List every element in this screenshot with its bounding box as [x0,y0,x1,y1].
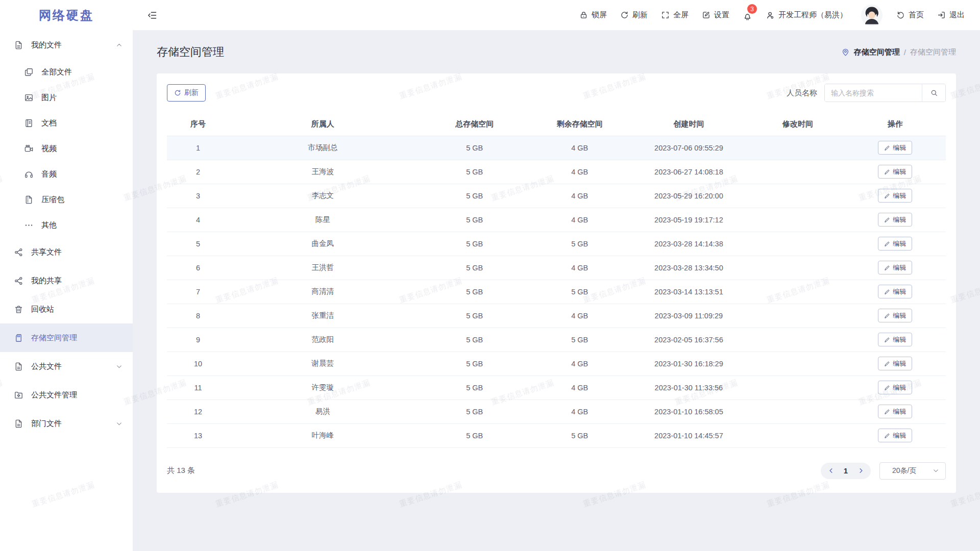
cell-actions: 编辑 [845,280,946,304]
table-row: 3李志文5 GB4 GB2023-05-29 16:20:00编辑 [167,184,946,208]
search-icon [930,89,938,97]
edit-button[interactable]: 编辑 [878,141,912,155]
fullscreen-icon [661,11,670,19]
location-pin-icon [841,48,850,57]
image-icon [23,92,34,103]
edit-button[interactable]: 编辑 [878,261,912,274]
cell-actions: 编辑 [845,328,946,352]
logout-label: 退出 [949,10,965,20]
search-area: 人员名称 [787,84,946,102]
edit-button[interactable]: 编辑 [878,357,912,370]
edit-button-label: 编辑 [893,287,906,296]
sidebar-item-14[interactable]: 部门文件 [0,409,133,438]
sidebar-item-0[interactable]: 我的文件 [0,31,133,59]
pen-icon [884,145,890,151]
edit-button-label: 编辑 [893,407,906,416]
search-button[interactable] [922,84,945,102]
sidebar-item-1[interactable]: 全部文件 [0,59,133,85]
sidebar-item-label: 其他 [41,220,122,230]
cell-total-storage: 5 GB [416,304,533,328]
sidebar-item-11[interactable]: 存储空间管理 [0,323,133,352]
edit-button[interactable]: 编辑 [878,309,912,322]
cell-modified-time [751,399,844,423]
edit-button-label: 编辑 [893,239,906,248]
cell-total-storage: 5 GB [416,423,533,447]
sidebar-item-12[interactable]: 公共文件 [0,352,133,381]
page-number[interactable]: 1 [838,466,853,475]
sidebar-item-label: 存储空间管理 [31,333,122,343]
sidebar-item-label: 回收站 [31,305,122,314]
user-role-button[interactable]: 开发工程师（易洪） [766,10,847,20]
edit-button[interactable]: 编辑 [878,381,912,394]
sidebar-item-3[interactable]: 文档 [0,110,133,136]
cell-remaining-storage: 5 GB [533,232,626,256]
cell-remaining-storage: 4 GB [533,375,626,399]
sidebar-item-label: 公共文件管理 [31,390,122,400]
edit-button[interactable]: 编辑 [878,429,912,442]
user-avatar[interactable] [861,4,883,27]
notifications-button[interactable]: 3 [743,9,752,21]
cell-remaining-storage: 4 GB [533,399,626,423]
prev-page-button[interactable] [824,463,838,479]
logout-button[interactable]: 退出 [937,10,965,20]
share-icon [13,276,23,286]
sidebar-item-6[interactable]: 压缩包 [0,187,133,212]
sidebar-item-9[interactable]: 我的共享 [0,266,133,295]
sidebar-item-13[interactable]: 公共文件管理 [0,381,133,409]
edit-button[interactable]: 编辑 [878,237,912,251]
cell-modified-time [751,352,844,375]
cell-total-storage: 5 GB [416,208,533,232]
cell-modified-time [751,256,844,280]
sidebar-item-7[interactable]: 其他 [0,212,133,238]
refresh-page-button[interactable]: 刷新 [620,10,648,20]
cell-total-storage: 5 GB [416,328,533,352]
search-input[interactable] [825,84,922,102]
settings-button[interactable]: 设置 [702,10,729,20]
cell-owner: 王洪哲 [229,256,416,280]
page-size-select[interactable]: 20条/页 [879,462,946,480]
sidebar-item-label: 公共文件 [31,362,116,371]
cell-total-storage: 5 GB [416,352,533,375]
cell-remaining-storage: 5 GB [533,280,626,304]
edit-button[interactable]: 编辑 [878,285,912,298]
storage-table: 序号所属人总存储空间剩余存储空间创建时间修改时间操作 1市场副总5 GB4 GB… [167,113,946,448]
lock-screen-button[interactable]: 锁屏 [579,10,607,20]
sidebar-item-2[interactable]: 图片 [0,85,133,110]
edit-button[interactable]: 编辑 [878,165,912,179]
collapse-sidebar-icon[interactable] [147,10,157,20]
sidebar-item-8[interactable]: 共享文件 [0,238,133,266]
breadcrumb-current[interactable]: 存储空间管理 [854,47,900,57]
cell-owner: 谢晨芸 [229,352,416,375]
cell-actions: 编辑 [845,399,946,423]
chevron-down-icon [933,467,939,474]
edit-button[interactable]: 编辑 [878,333,912,346]
cell-remaining-storage: 4 GB [533,304,626,328]
cell-index: 11 [167,375,229,399]
cell-index: 13 [167,423,229,447]
app-logo[interactable]: 网络硬盘 [0,0,133,31]
next-page-button[interactable] [853,463,868,479]
refresh-table-button[interactable]: 刷新 [167,84,206,102]
cell-created-time: 2023-03-28 14:14:38 [626,232,751,256]
fullscreen-button[interactable]: 全屏 [661,10,689,20]
sidebar-item-4[interactable]: 视频 [0,136,133,161]
pen-icon [884,385,890,391]
cell-index: 6 [167,256,229,280]
ellipsis-icon [23,220,34,230]
cell-remaining-storage: 4 GB [533,184,626,208]
cell-index: 2 [167,160,229,184]
pen-icon [884,169,890,175]
table-row: 9范政阳5 GB5 GB2023-02-05 16:37:56编辑 [167,328,946,352]
cell-modified-time [751,208,844,232]
sidebar-item-5[interactable]: 音频 [0,161,133,187]
edit-button[interactable]: 编辑 [878,189,912,203]
cell-created-time: 2023-05-29 16:20:00 [626,184,751,208]
edit-button[interactable]: 编辑 [878,405,912,418]
table-row: 11许雯璇5 GB4 GB2023-01-30 11:33:56编辑 [167,375,946,399]
edit-button[interactable]: 编辑 [878,213,912,227]
cell-total-storage: 5 GB [416,232,533,256]
home-button[interactable]: 首页 [896,10,924,20]
search-group [824,84,946,102]
sidebar-item-10[interactable]: 回收站 [0,295,133,323]
sidebar-item-label: 部门文件 [31,419,116,429]
